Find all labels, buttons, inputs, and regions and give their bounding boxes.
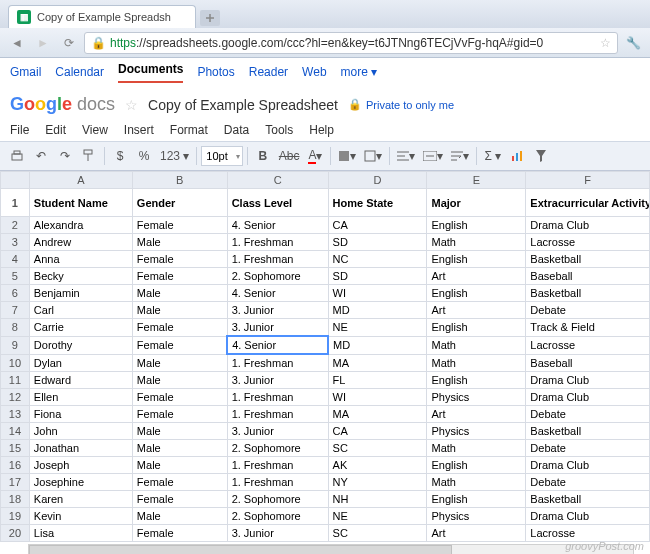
cell[interactable]: Kevin	[29, 508, 132, 525]
cell[interactable]: Carl	[29, 302, 132, 319]
google-docs-logo[interactable]: Google docs	[10, 94, 115, 115]
column-header[interactable]: A	[29, 172, 132, 189]
header-cell[interactable]: Student Name	[29, 189, 132, 217]
cell[interactable]: Debate	[526, 406, 650, 423]
undo-button[interactable]: ↶	[30, 145, 52, 167]
cell[interactable]: MA	[328, 354, 427, 372]
back-button[interactable]: ◄	[6, 32, 28, 54]
currency-button[interactable]: $	[109, 145, 131, 167]
cell[interactable]: 4. Senior	[227, 285, 328, 302]
gbar-gmail[interactable]: Gmail	[10, 65, 41, 79]
cell[interactable]: Female	[132, 406, 227, 423]
header-cell[interactable]: Gender	[132, 189, 227, 217]
reload-button[interactable]: ⟳	[58, 32, 80, 54]
cell[interactable]: SD	[328, 234, 427, 251]
cell[interactable]: Benjamin	[29, 285, 132, 302]
cell[interactable]: Art	[427, 302, 526, 319]
url-input[interactable]: 🔒 https://spreadsheets.google.com/ccc?hl…	[84, 32, 618, 54]
row-header[interactable]: 19	[1, 508, 30, 525]
cell[interactable]: Baseball	[526, 354, 650, 372]
row-header[interactable]: 9	[1, 336, 30, 354]
header-cell[interactable]: Major	[427, 189, 526, 217]
cell[interactable]: Male	[132, 372, 227, 389]
column-header[interactable]: D	[328, 172, 427, 189]
cell[interactable]: CA	[328, 217, 427, 234]
gbar-calendar[interactable]: Calendar	[55, 65, 104, 79]
cell[interactable]: Female	[132, 474, 227, 491]
cell[interactable]: CA	[328, 423, 427, 440]
row-header[interactable]: 8	[1, 319, 30, 337]
cell[interactable]: 2. Sophomore	[227, 491, 328, 508]
cell[interactable]: Female	[132, 491, 227, 508]
gbar-more[interactable]: more ▾	[341, 65, 378, 79]
cell[interactable]: Male	[132, 440, 227, 457]
cell[interactable]: NY	[328, 474, 427, 491]
menu-edit[interactable]: Edit	[45, 123, 66, 137]
cell[interactable]: Dorothy	[29, 336, 132, 354]
cell[interactable]: 4. Senior	[227, 217, 328, 234]
cell[interactable]: Andrew	[29, 234, 132, 251]
column-header[interactable]: E	[427, 172, 526, 189]
cell[interactable]: 3. Junior	[227, 319, 328, 337]
cell[interactable]: 3. Junior	[227, 423, 328, 440]
column-header[interactable]: C	[227, 172, 328, 189]
print-button[interactable]	[6, 145, 28, 167]
cell[interactable]: Female	[132, 525, 227, 542]
menu-view[interactable]: View	[82, 123, 108, 137]
cell[interactable]: Lisa	[29, 525, 132, 542]
cell[interactable]: Drama Club	[526, 389, 650, 406]
cell[interactable]: Lacrosse	[526, 234, 650, 251]
cell[interactable]: MD	[328, 302, 427, 319]
cell[interactable]: Becky	[29, 268, 132, 285]
redo-button[interactable]: ↷	[54, 145, 76, 167]
cell[interactable]: Lacrosse	[526, 336, 650, 354]
formula-button[interactable]: Σ ▾	[481, 145, 504, 167]
cell[interactable]: English	[427, 251, 526, 268]
horizontal-scrollbar[interactable]	[28, 544, 634, 554]
percent-button[interactable]: %	[133, 145, 155, 167]
cell[interactable]: 1. Freshman	[227, 389, 328, 406]
gbar-web[interactable]: Web	[302, 65, 326, 79]
row-header[interactable]: 1	[1, 189, 30, 217]
cell[interactable]: Basketball	[526, 251, 650, 268]
cell[interactable]: Male	[132, 302, 227, 319]
row-header[interactable]: 7	[1, 302, 30, 319]
cell[interactable]: English	[427, 319, 526, 337]
spreadsheet-grid[interactable]: ABCDEF 1Student NameGenderClass LevelHom…	[0, 171, 650, 542]
cell[interactable]: Female	[132, 389, 227, 406]
gbar-photos[interactable]: Photos	[197, 65, 234, 79]
cell[interactable]: SD	[328, 268, 427, 285]
cell[interactable]: Alexandra	[29, 217, 132, 234]
cell[interactable]: 3. Junior	[227, 525, 328, 542]
row-header[interactable]: 16	[1, 457, 30, 474]
header-cell[interactable]: Class Level	[227, 189, 328, 217]
cell[interactable]: Drama Club	[526, 217, 650, 234]
cell[interactable]: Debate	[526, 302, 650, 319]
cell[interactable]: Debate	[526, 474, 650, 491]
chart-button[interactable]	[506, 145, 528, 167]
document-title[interactable]: Copy of Example Spreadsheet	[148, 97, 338, 113]
cell[interactable]: 1. Freshman	[227, 354, 328, 372]
cell[interactable]: MD	[328, 336, 427, 354]
cell[interactable]: Basketball	[526, 423, 650, 440]
cell[interactable]: 2. Sophomore	[227, 268, 328, 285]
cell[interactable]: Jonathan	[29, 440, 132, 457]
cell[interactable]: Ellen	[29, 389, 132, 406]
cell[interactable]: 1. Freshman	[227, 457, 328, 474]
cell[interactable]: SC	[328, 525, 427, 542]
cell[interactable]: English	[427, 217, 526, 234]
cell[interactable]: Karen	[29, 491, 132, 508]
row-header[interactable]: 2	[1, 217, 30, 234]
cell[interactable]: English	[427, 285, 526, 302]
cell[interactable]: Drama Club	[526, 457, 650, 474]
cell[interactable]: 1. Freshman	[227, 234, 328, 251]
cell[interactable]: Math	[427, 474, 526, 491]
cell[interactable]: 4. Senior	[227, 336, 328, 354]
menu-format[interactable]: Format	[170, 123, 208, 137]
row-header[interactable]: 15	[1, 440, 30, 457]
cell[interactable]: Edward	[29, 372, 132, 389]
gbar-reader[interactable]: Reader	[249, 65, 288, 79]
merge-button[interactable]: ▾	[420, 145, 446, 167]
cell[interactable]: 3. Junior	[227, 372, 328, 389]
cell[interactable]: Josephine	[29, 474, 132, 491]
